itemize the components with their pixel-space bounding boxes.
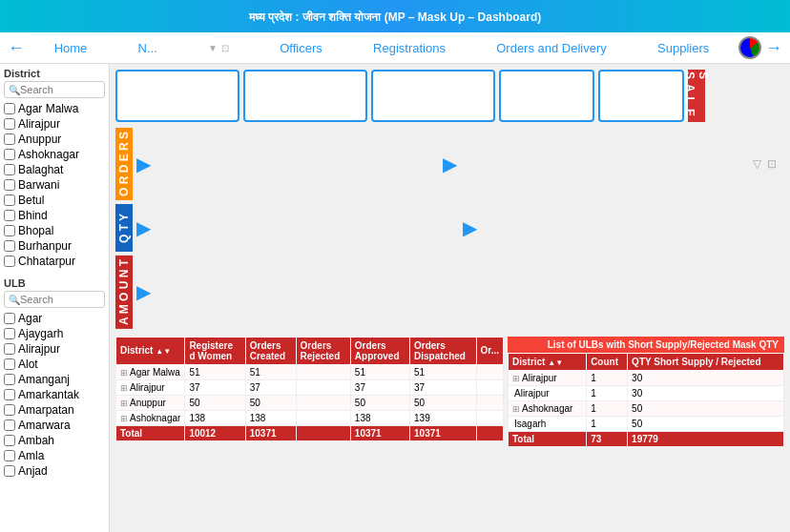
- left-table-body: ⊞Agar Malwa 51 51 51 51 ⊞Alirajpur 37 37…: [116, 364, 504, 440]
- cell-ord-rejected: [296, 364, 350, 379]
- forward-button[interactable]: →: [765, 38, 782, 58]
- back-button[interactable]: ←: [8, 38, 25, 58]
- col-district: District ▲▼: [116, 337, 185, 364]
- cell-r-qty: 30: [628, 370, 784, 385]
- district-checkbox[interactable]: [4, 149, 15, 160]
- orders-filter-icons: ▽ ⊡: [745, 128, 784, 200]
- ulb-checkbox[interactable]: [4, 419, 15, 431]
- district-label: Agar Malwa: [18, 102, 78, 115]
- orders-play-1[interactable]: ▶: [136, 153, 151, 175]
- total-ord-approved: 10371: [350, 425, 409, 440]
- tables-area: District ▲▼ Registere d Women Orders Cre…: [110, 333, 790, 532]
- district-checkbox[interactable]: [4, 225, 15, 236]
- cell-ord-approved: 138: [350, 410, 409, 425]
- ulb-search-box[interactable]: 🔍: [4, 291, 105, 308]
- col-orders-extra: Or...: [476, 337, 503, 364]
- table-row: ⊞Alirajpur 1 30: [509, 370, 784, 385]
- filter-icon[interactable]: ▼: [208, 43, 218, 53]
- nav-icons: [738, 36, 761, 59]
- district-list: Agar MalwaAlirajpurAnuppurAshoknagarBala…: [4, 102, 105, 268]
- district-orders-table: District ▲▼ Registere d Women Orders Cre…: [115, 337, 504, 441]
- district-search-input[interactable]: [20, 84, 100, 95]
- cell-r-district: Isagarh: [509, 416, 587, 431]
- table-row: ⊞Ashoknagar 1 50: [509, 400, 784, 416]
- qty-label: Q T Y: [115, 204, 133, 252]
- nav-suppliers[interactable]: Suppliers: [657, 41, 709, 55]
- ulb-checkbox[interactable]: [4, 450, 15, 461]
- ulb-item: Amla: [4, 449, 105, 462]
- ulb-checkbox[interactable]: [4, 435, 15, 446]
- district-label: Balaghat: [18, 163, 63, 176]
- cell-r-district: ⊞Ashoknagar: [509, 400, 587, 416]
- district-item: Agar Malwa: [4, 102, 105, 115]
- orders-label: O R D E R S: [115, 128, 133, 200]
- district-item: Bhopal: [4, 224, 105, 237]
- cell-r-count: 1: [587, 400, 628, 416]
- district-checkbox[interactable]: [4, 164, 15, 175]
- ulb-checkbox[interactable]: [4, 343, 15, 355]
- main-content: District 🔍 Agar MalwaAlirajpurAnuppurAsh…: [0, 64, 790, 532]
- district-item: Alirajpur: [4, 117, 105, 131]
- orders-play-2[interactable]: ▶: [443, 153, 457, 175]
- ulb-search-input[interactable]: [20, 294, 100, 305]
- qty-play-1[interactable]: ▶: [136, 216, 151, 239]
- qty-play-2[interactable]: ▶: [463, 216, 477, 239]
- table-row: ⊞Ashoknagar 138 138 138 139: [116, 410, 504, 425]
- ulb-item: Alot: [4, 358, 105, 371]
- district-checkbox[interactable]: [4, 210, 15, 221]
- ulb-label: Anjad: [18, 464, 48, 478]
- district-checkbox[interactable]: [4, 133, 15, 145]
- nav-bar: ← Home N... ▼ ⊡ Officers Registrations O…: [0, 32, 790, 64]
- orders-chart-content: ▶ ▶: [133, 128, 745, 200]
- total-row: Total 10012 10371 10371 10371: [116, 425, 504, 440]
- cell-reg-women: 51: [185, 364, 245, 379]
- table-row: Alirajpur 1 30: [509, 385, 784, 400]
- nav-home[interactable]: Home: [54, 41, 88, 55]
- district-checkbox[interactable]: [4, 118, 15, 130]
- nav-officers[interactable]: Officers: [280, 41, 322, 55]
- district-checkbox[interactable]: [4, 240, 15, 252]
- cell-district: ⊞Ashoknagar: [116, 410, 185, 425]
- ulb-label: Ambah: [18, 434, 54, 447]
- status-circle-icon[interactable]: [738, 36, 761, 59]
- cell-ord-dispatched: 139: [410, 410, 476, 425]
- ulb-checkbox[interactable]: [4, 328, 15, 339]
- cell-ord-dispatched: 37: [410, 379, 476, 395]
- orders-filter-icon[interactable]: ▽: [753, 157, 761, 171]
- nav-orders-delivery[interactable]: Orders and Delivery: [496, 41, 607, 55]
- table-row: ⊞Alirajpur 37 37 37 37: [116, 379, 504, 395]
- ulb-item: Ambah: [4, 434, 105, 447]
- cell-ord-approved: 50: [350, 395, 409, 410]
- district-checkbox[interactable]: [4, 256, 15, 267]
- right-total-label: Total: [509, 431, 587, 446]
- district-label: Bhind: [18, 209, 48, 222]
- ulb-checkbox[interactable]: [4, 313, 15, 324]
- ulb-checkbox[interactable]: [4, 465, 15, 477]
- export-icon[interactable]: ⊡: [221, 43, 229, 53]
- card-2: [243, 70, 367, 122]
- ulb-label: Agar: [18, 312, 42, 325]
- ulb-checkbox[interactable]: [4, 374, 15, 385]
- district-checkbox[interactable]: [4, 194, 15, 206]
- ulb-checkbox[interactable]: [4, 389, 15, 400]
- ulb-item: Ajaygarh: [4, 327, 105, 340]
- nav-n[interactable]: N...: [138, 41, 157, 55]
- col-r-district: District ▲▼: [509, 353, 587, 370]
- total-ord-dispatched: 10371: [410, 425, 476, 440]
- table-row: ⊞Agar Malwa 51 51 51 51: [116, 364, 504, 379]
- district-search-box[interactable]: 🔍: [4, 81, 105, 98]
- cell-ord-created: 50: [245, 395, 296, 410]
- district-checkbox[interactable]: [4, 103, 15, 114]
- district-item: Bhind: [4, 209, 105, 222]
- cell-ord-approved: 51: [350, 364, 409, 379]
- ulb-checkbox[interactable]: [4, 404, 15, 416]
- ulb-item: Amarpatan: [4, 403, 105, 417]
- amount-play-1[interactable]: ▶: [136, 280, 151, 303]
- cell-ord-approved: 37: [350, 379, 409, 395]
- card-3: [371, 70, 495, 122]
- ulb-checkbox[interactable]: [4, 358, 15, 370]
- table-row: Isagarh 1 50: [509, 416, 784, 431]
- nav-registrations[interactable]: Registrations: [373, 41, 446, 55]
- district-checkbox[interactable]: [4, 179, 15, 191]
- orders-export-icon[interactable]: ⊡: [767, 157, 777, 171]
